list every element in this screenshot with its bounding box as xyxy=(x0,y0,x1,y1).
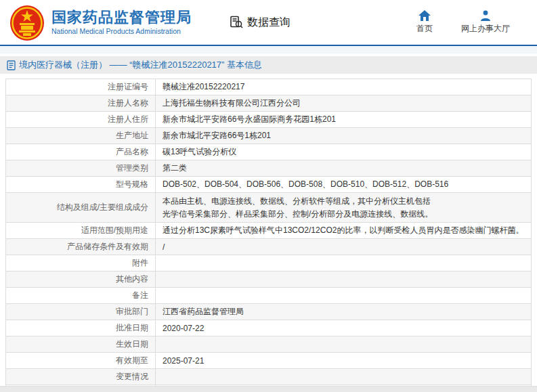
table-row: 批准日期 2020-07-22 xyxy=(6,320,532,336)
table-row: 产品名称 碳13呼气试验分析仪 xyxy=(6,144,532,160)
row-value: 上海托福生物科技有限公司江西分公司 xyxy=(156,95,532,112)
row-value xyxy=(156,288,532,304)
table-row: 生产地址 新余市城北平安路66号1栋201 xyxy=(6,128,532,144)
registration-info-table: 注册证编号 赣械注准20152220217 注册人名称 上海托福生物科技有限公司… xyxy=(5,79,532,392)
nav-item-label: 首页 xyxy=(416,23,433,35)
row-label: 变更情况 xyxy=(6,369,156,385)
table-row: 审批部门 江西省药品监督管理局 xyxy=(6,304,532,320)
row-label: 型号规格 xyxy=(6,177,156,193)
row-label: 其他内容 xyxy=(6,271,156,288)
row-label: 管理类别 xyxy=(6,160,156,177)
row-value: 第二类 xyxy=(156,160,532,177)
row-value: 赣械注准20152220217 xyxy=(156,79,532,95)
row-label: 注册人住所 xyxy=(6,112,156,128)
table-row: 生效日期 xyxy=(6,336,532,353)
org-name-zh: 国家药品监督管理局 xyxy=(51,9,192,26)
row-label: 附件 xyxy=(6,255,156,271)
registration-info-table-wrap: 注册证编号 赣械注准20152220217 注册人名称 上海托福生物科技有限公司… xyxy=(5,79,532,392)
row-label: 结构及组成/主要组成成分 xyxy=(6,193,156,223)
home-icon xyxy=(418,10,431,21)
nav-item-service-hall[interactable]: 网上办事大厅 xyxy=(461,10,510,35)
breadcrumb: 境内医疗器械（注册） —— “赣械注准20152220217” 基本信息 xyxy=(0,56,537,74)
row-value xyxy=(156,255,532,271)
header-sub-strip xyxy=(0,46,537,54)
row-label: 审批部门 xyxy=(6,304,156,320)
org-title-block: 国家药品监督管理局 National Medical Products Admi… xyxy=(51,9,192,36)
page-header: 国家药品监督管理局 National Medical Products Admi… xyxy=(0,0,537,46)
table-row: 型号规格 DOB-502、DOB-504、DOB-506、DOB-508、DOB… xyxy=(6,177,532,193)
row-label: 产品名称 xyxy=(6,144,156,160)
row-label: 注册人名称 xyxy=(6,95,156,112)
row-value: 新余市城北平安路66号1栋201 xyxy=(156,128,532,144)
nav-item-home[interactable]: 首页 xyxy=(408,10,441,35)
table-row: 有效期至 2025-07-21 xyxy=(6,353,532,369)
user-icon xyxy=(480,10,491,21)
nav-item-label: 网上办事大厅 xyxy=(461,23,510,35)
org-name-en: National Medical Products Administration xyxy=(51,28,192,36)
table-row: 产品储存条件及有效期 / xyxy=(6,239,532,255)
table-row: 注册人住所 新余市城北平安路66号永盛国际商务花园1栋201 xyxy=(6,112,532,128)
row-label: 生效日期 xyxy=(6,336,156,353)
row-value xyxy=(156,369,532,385)
header-nav: 首页 网上办事大厅 xyxy=(408,10,528,35)
data-query-label: 数据查询 xyxy=(247,16,291,30)
data-query-tab[interactable]: 数据查询 xyxy=(229,15,291,30)
table-row: 适用范围/预期用途 通过分析13C尿素呼气试验样气中13CO2/12CO2的比率… xyxy=(6,223,532,239)
table-row: 变更情况 xyxy=(6,369,532,385)
row-value: 碳13呼气试验分析仪 xyxy=(156,144,532,160)
document-icon xyxy=(7,60,16,70)
document-search-icon xyxy=(229,15,244,30)
table-row: 结构及组成/主要组成成分 本品由主机、电源连接线、数据线、分析软件等组成，其中分… xyxy=(6,193,532,223)
row-value: 本品由主机、电源连接线、数据线、分析软件等组成，其中分析仪主机包括 光学信号采集… xyxy=(156,193,532,223)
row-value xyxy=(156,336,532,353)
footer-strip xyxy=(0,386,537,392)
row-label: 备注 xyxy=(6,288,156,304)
table-row: 注册人名称 上海托福生物科技有限公司江西分公司 xyxy=(6,95,532,112)
row-label: 适用范围/预期用途 xyxy=(6,223,156,239)
row-value: / xyxy=(156,239,532,255)
table-row: 备注 xyxy=(6,288,532,304)
row-value: 江西省药品监督管理局 xyxy=(156,304,532,320)
breadcrumb-text: 境内医疗器械（注册） —— “赣械注准20152220217” 基本信息 xyxy=(19,59,262,71)
table-row: 注册证编号 赣械注准20152220217 xyxy=(6,79,532,95)
row-value: DOB-502、DOB-504、DOB-506、DOB-508、DOB-510、… xyxy=(156,177,532,193)
table-row: 管理类别 第二类 xyxy=(6,160,532,177)
national-emblem-icon xyxy=(9,5,45,41)
row-value: 通过分析13C尿素呼气试验样气中13CO2/12CO2的比率，以判断受检人员胃内… xyxy=(156,223,532,239)
row-value xyxy=(156,271,532,288)
table-row: 其他内容 xyxy=(6,271,532,288)
row-label: 有效期至 xyxy=(6,353,156,369)
row-label: 批准日期 xyxy=(6,320,156,336)
row-value: 2025-07-21 xyxy=(156,353,532,369)
row-label: 注册证编号 xyxy=(6,79,156,95)
row-value: 新余市城北平安路66号永盛国际商务花园1栋201 xyxy=(156,112,532,128)
row-value: 2020-07-22 xyxy=(156,320,532,336)
row-label: 产品储存条件及有效期 xyxy=(6,239,156,255)
row-label: 生产地址 xyxy=(6,128,156,144)
table-row: 附件 xyxy=(6,255,532,271)
